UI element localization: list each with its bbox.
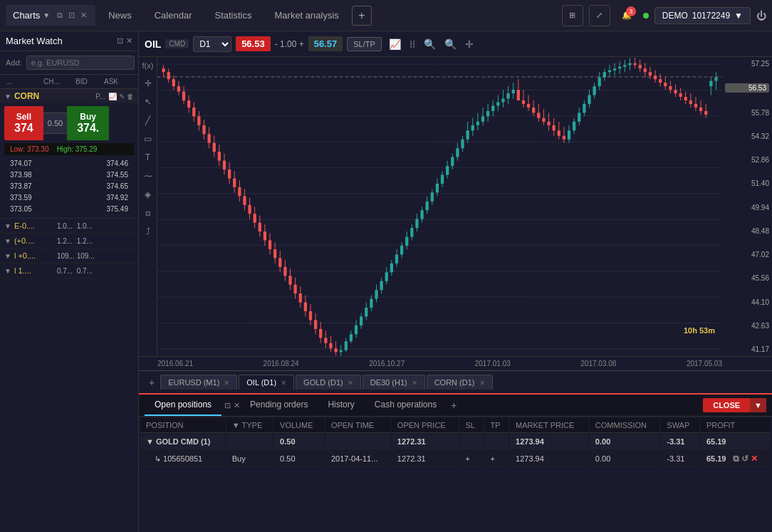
timeframe-select[interactable]: D1H1M1M5M15H4W1 <box>193 36 231 52</box>
sub-volume: 0.50 <box>274 451 324 467</box>
account-dropdown-icon: ▼ <box>734 11 743 21</box>
search-input[interactable] <box>26 56 135 70</box>
corn-instrument-group: ▼ CORN P... 📈 ✎ 🗑 Sell 374 0.50 <box>0 89 138 219</box>
btab-history[interactable]: History <box>318 395 364 416</box>
c3-arrow: ▼ <box>4 267 11 275</box>
btab-pending-orders[interactable]: Pending orders <box>240 395 318 416</box>
chart-tabs: + EURUSD (M1) ✕ OIL (D1) ✕ GOLD (D1) ✕ D… <box>139 370 772 393</box>
open-pos-icon2[interactable]: ✕ <box>234 401 240 410</box>
add-chart-tab[interactable]: + <box>145 377 159 388</box>
btab-open-positions[interactable]: Open positions <box>145 395 221 416</box>
tab-de30-close[interactable]: ✕ <box>412 379 417 387</box>
tab-oil[interactable]: OIL (D1) ✕ <box>239 375 294 390</box>
price-rows: 374.07 374.46 373.98 374.55 373.87 374.6… <box>4 158 134 215</box>
corn-header[interactable]: ▼ CORN P... 📈 ✎ 🗑 <box>0 89 138 103</box>
zoom-in-icon[interactable]: 🔍 <box>442 37 459 51</box>
tab-news[interactable]: News <box>98 6 142 25</box>
bid-3: 373.87 <box>10 182 93 190</box>
sidebar-close-icon[interactable]: ✕ <box>126 36 132 46</box>
sell-button[interactable]: Sell 374 <box>4 106 43 140</box>
power-button[interactable]: ⏻ <box>756 10 766 21</box>
corn-chart-icon[interactable]: 📈 <box>108 93 117 100</box>
refresh-icon[interactable]: ↺ <box>741 454 748 464</box>
gold-market-price: 1273.94 <box>510 434 588 449</box>
th-profit: PROFIT <box>701 418 771 433</box>
buy-price: 374. <box>77 122 99 135</box>
account-selector[interactable]: DEMO 10172249 ▼ <box>654 7 751 24</box>
zoom-out-icon[interactable]: 🔍 <box>421 37 439 51</box>
sub-type: Buy <box>226 451 273 467</box>
tab-gold-label: GOLD (D1) <box>303 378 343 387</box>
corn-edit-icon[interactable]: ✎ <box>119 93 125 100</box>
layers-tool[interactable]: ⧈ <box>144 207 152 219</box>
tab-gold-close[interactable]: ✕ <box>348 379 353 387</box>
gold-sub-row: ↳ 105650851 Buy 0.50 2017-04-11... 1272.… <box>140 451 771 467</box>
charts-label: Charts <box>13 10 40 21</box>
indicator-tool[interactable]: ◈ <box>143 188 152 201</box>
share-tool[interactable]: ⤴ <box>145 225 152 238</box>
instrument-c1[interactable]: ▼ (+0.... 1.2... 1.2... <box>0 234 138 249</box>
instrument-e[interactable]: ▼ E-0.... 1.0... 1.0... <box>0 219 138 234</box>
th-position: POSITION <box>140 418 225 433</box>
sidebar-icon-1[interactable]: ⊡ <box>117 36 123 46</box>
chart-icon-2[interactable]: ⊡ <box>67 9 76 21</box>
close-dropdown[interactable]: ▼ <box>750 398 766 412</box>
delete-icon[interactable]: ✕ <box>751 454 758 464</box>
tab-de30[interactable]: DE30 (H1) ✕ <box>362 375 425 390</box>
crosshair-tool[interactable]: ✛ <box>143 77 153 90</box>
cursor-tool[interactable]: ↖ <box>143 95 153 108</box>
crosshair-icon[interactable]: ✛ <box>462 37 476 51</box>
tab-corn-close[interactable]: ✕ <box>479 379 485 387</box>
gold-swap: -3.31 <box>661 434 699 449</box>
tab-eurusd-close[interactable]: ✕ <box>224 379 229 387</box>
tab-oil-close[interactable]: ✕ <box>281 379 286 387</box>
charts-dropdown-icon[interactable]: ▼ <box>43 11 50 19</box>
btab-cash-operations[interactable]: Cash operations <box>365 395 447 416</box>
open-pos-icon1[interactable]: ⊡ <box>224 401 231 410</box>
positions-table: POSITION ▼ TYPE VOLUME OPEN TIME OPEN PR… <box>139 417 772 469</box>
charts-tab[interactable]: Charts ▼ ⧉ ⊡ ✕ <box>6 5 95 26</box>
sltp-button[interactable]: SL/TP <box>347 37 382 51</box>
instrument-c3[interactable]: ▼ l 1.... 0.7... 0.7... <box>0 264 138 278</box>
notifications-button[interactable]: 🔔 3 <box>616 5 637 26</box>
chart-icon-1[interactable]: ⧉ <box>56 9 64 21</box>
add-bottom-tab[interactable]: + <box>447 400 461 411</box>
line-tool[interactable]: ╱ <box>144 114 152 127</box>
time-4: 2017.01.03 <box>475 360 511 367</box>
copy-icon[interactable]: ⧉ <box>733 454 739 464</box>
instrument-c2[interactable]: ▼ l +0.... 109... 109... <box>0 249 138 264</box>
add-tab-button[interactable]: + <box>352 6 372 26</box>
candle-chart-icon[interactable]: ⁞⁞ <box>407 37 418 51</box>
price-47-02: 47.02 <box>725 251 769 259</box>
gold-open-time <box>325 434 390 449</box>
sell-price: 374 <box>14 122 33 135</box>
sell-label: Sell <box>16 112 31 122</box>
fib-tool[interactable]: ⁓ <box>142 169 154 182</box>
price-42-63: 42.63 <box>725 322 769 330</box>
text-tool[interactable]: T <box>144 151 152 164</box>
line-chart-icon[interactable]: 📈 <box>386 37 404 51</box>
chart-canvas-wrap[interactable]: 57.25 56.53 55.78 54.32 52.86 51.40 49.9… <box>157 57 772 356</box>
fullscreen-icon[interactable]: ⤢ <box>589 5 610 26</box>
th-sl: SL <box>460 418 484 433</box>
gold-group-row: ▼ GOLD CMD (1) 0.50 1272.31 1273.94 0.00… <box>140 434 771 449</box>
tab-eurusd[interactable]: EURUSD (M1) ✕ <box>160 375 237 390</box>
connection-status <box>643 13 649 19</box>
rect-tool[interactable]: ▭ <box>142 132 153 145</box>
chart-tools-right: 📈 ⁞⁞ 🔍 🔍 ✛ <box>386 37 476 51</box>
tab-statistics[interactable]: Statistics <box>204 6 261 25</box>
tab-gold[interactable]: GOLD (D1) ✕ <box>296 375 361 390</box>
tab-corn-label: CORN (D1) <box>434 378 475 387</box>
tab-calendar[interactable]: Calendar <box>145 6 202 25</box>
tab-market-analysis[interactable]: Market analysis <box>265 6 349 25</box>
add-label: Add: <box>6 58 22 67</box>
sub-position: ↳ 105650851 <box>140 451 225 467</box>
tab-corn[interactable]: CORN (D1) ✕ <box>427 375 493 390</box>
th-volume: VOLUME <box>274 418 324 433</box>
top-nav: Charts ▼ ⧉ ⊡ ✕ News Calendar Statistics … <box>0 0 772 31</box>
buy-button[interactable]: Buy 374. <box>67 106 109 140</box>
corn-delete-icon[interactable]: 🗑 <box>127 93 134 100</box>
layout-icon[interactable]: ⊞ <box>562 5 583 26</box>
close-button[interactable]: CLOSE <box>703 398 750 412</box>
chart-close-icon[interactable]: ✕ <box>79 9 88 21</box>
